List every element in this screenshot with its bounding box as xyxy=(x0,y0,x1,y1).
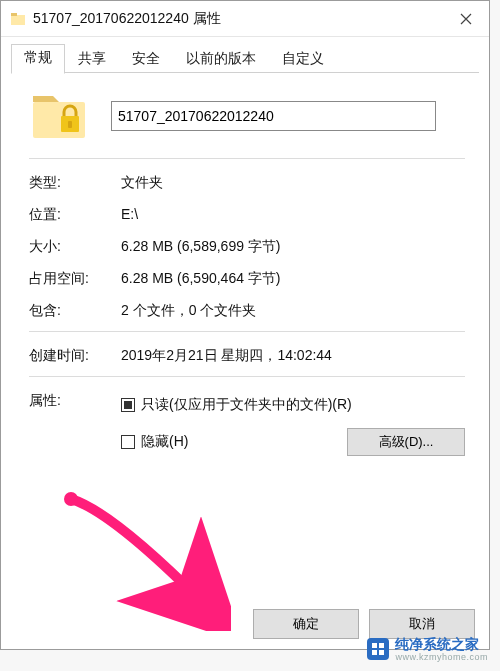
watermark-icon xyxy=(367,638,389,660)
location-value: E:\ xyxy=(121,206,465,224)
tab-customize[interactable]: 自定义 xyxy=(269,45,337,74)
separator xyxy=(29,376,465,377)
svg-rect-7 xyxy=(379,643,384,648)
tab-bar: 常规 共享 安全 以前的版本 自定义 xyxy=(1,37,489,73)
type-value: 文件夹 xyxy=(121,174,465,192)
svg-point-5 xyxy=(64,492,78,506)
location-label: 位置: xyxy=(29,206,121,224)
svg-rect-1 xyxy=(11,13,17,16)
separator xyxy=(29,331,465,332)
window-icon xyxy=(9,10,27,28)
svg-rect-9 xyxy=(379,650,384,655)
readonly-label: 只读(仅应用于文件夹中的文件)(R) xyxy=(141,396,352,414)
svg-rect-8 xyxy=(372,650,377,655)
svg-rect-0 xyxy=(11,15,25,25)
tab-general[interactable]: 常规 xyxy=(11,44,65,74)
hidden-checkbox[interactable] xyxy=(121,435,135,449)
created-value: 2019年2月21日 星期四，14:02:44 xyxy=(121,347,465,365)
properties-dialog: 51707_20170622012240 属性 常规 共享 安全 以前的版本 自… xyxy=(0,0,490,650)
titlebar[interactable]: 51707_20170622012240 属性 xyxy=(1,1,489,37)
attributes-label: 属性: xyxy=(29,392,121,460)
sizeondisk-label: 占用空间: xyxy=(29,270,121,288)
ok-button[interactable]: 确定 xyxy=(253,609,359,639)
contains-value: 2 个文件，0 个文件夹 xyxy=(121,302,465,320)
window-title: 51707_20170622012240 属性 xyxy=(33,10,221,28)
folder-name-input[interactable] xyxy=(111,101,436,131)
sizeondisk-value: 6.28 MB (6,590,464 字节) xyxy=(121,270,465,288)
advanced-button[interactable]: 高级(D)... xyxy=(347,428,465,456)
tab-previous-versions[interactable]: 以前的版本 xyxy=(173,45,269,74)
size-value: 6.28 MB (6,589,699 字节) xyxy=(121,238,465,256)
watermark-url: www.kzmyhome.com xyxy=(395,652,488,662)
svg-rect-4 xyxy=(68,121,72,128)
tab-underline xyxy=(11,72,479,73)
separator xyxy=(29,158,465,159)
folder-lock-icon xyxy=(29,88,93,144)
close-button[interactable] xyxy=(443,1,489,37)
tab-security[interactable]: 安全 xyxy=(119,45,173,74)
contains-label: 包含: xyxy=(29,302,121,320)
svg-rect-6 xyxy=(372,643,377,648)
watermark-text: 纯净系统之家 xyxy=(395,636,479,652)
tab-sharing[interactable]: 共享 xyxy=(65,45,119,74)
readonly-checkbox[interactable] xyxy=(121,398,135,412)
size-label: 大小: xyxy=(29,238,121,256)
watermark: 纯净系统之家 www.kzmyhome.com xyxy=(361,633,494,665)
created-label: 创建时间: xyxy=(29,347,121,365)
general-panel: 类型:文件夹 位置:E:\ 大小:6.28 MB (6,589,699 字节) … xyxy=(1,74,489,479)
hidden-label: 隐藏(H) xyxy=(141,433,188,451)
type-label: 类型: xyxy=(29,174,121,192)
annotation-arrow xyxy=(51,491,231,631)
